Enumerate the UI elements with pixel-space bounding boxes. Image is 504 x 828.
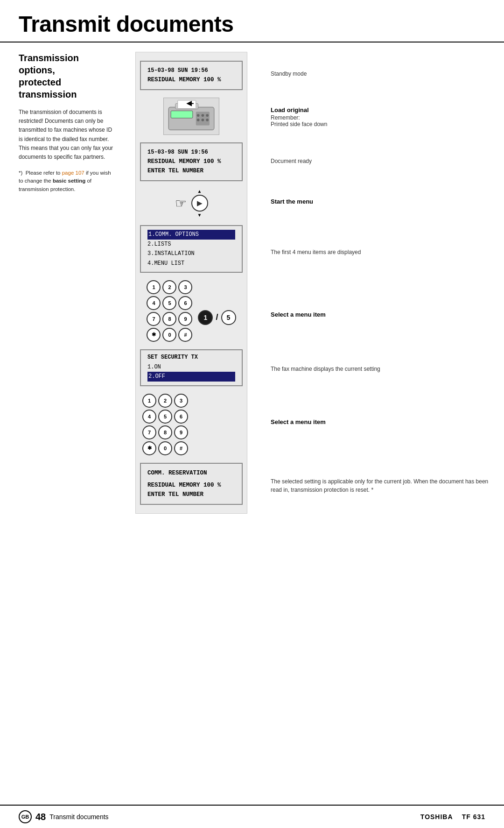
key2-6[interactable]: 6 <box>174 410 188 424</box>
right-final-note: The selected setting is applicable only … <box>271 453 495 514</box>
section-title: Transmission options,protected transmiss… <box>19 52 117 100</box>
country-badge: GB <box>19 810 32 823</box>
selected-num-1: 1 <box>198 310 213 325</box>
right-start-menu: Start the menu <box>271 180 495 219</box>
step-final-screen: COMM. RESERVATION RESIDUAL MEMORY 100 % … <box>142 463 240 505</box>
step-fax-image <box>142 98 240 135</box>
step-security-screen: SET SECURITY TX 1.ON 2.OFF <box>142 349 240 386</box>
lcd-screen-1: 15-03-98 SUN 19:56 RESIDUAL MEMORY 100 % <box>140 61 243 90</box>
security-box: SET SECURITY TX 1.ON 2.OFF <box>140 349 243 386</box>
key2-star[interactable]: ✱ <box>142 441 156 455</box>
key2-9[interactable]: 9 <box>174 425 188 439</box>
svg-point-9 <box>201 119 204 121</box>
menu-box: 1.COMM. OPTIONS 2.LISTS 3.INSTALLATION 4… <box>140 225 243 273</box>
right-load: Load original Remember: Printed side fac… <box>271 91 495 138</box>
lcd-screen-final: COMM. RESERVATION RESIDUAL MEMORY 100 % … <box>140 463 243 505</box>
start-menu-label: Start the menu <box>271 198 495 205</box>
page-link[interactable]: page 107 <box>62 170 84 176</box>
key-3[interactable]: 3 <box>178 280 192 294</box>
fax-displays-label: The fax machine displays the current set… <box>271 365 495 373</box>
key2-4[interactable]: 4 <box>142 410 156 424</box>
svg-point-6 <box>201 114 204 117</box>
slash-divider: / <box>216 312 218 322</box>
footer-section: Transmit documents <box>49 813 108 821</box>
key-0[interactable]: 0 <box>162 328 176 342</box>
page-title: Transmit documents <box>0 0 504 42</box>
step-standby: 15-03-98 SUN 19:56 RESIDUAL MEMORY 100 % <box>142 61 240 90</box>
key2-8[interactable]: 8 <box>158 425 172 439</box>
svg-point-7 <box>206 114 209 117</box>
step-docready: 15-03-98 SUN 19:56 RESIDUAL MEMORY 100 %… <box>142 142 240 181</box>
section-description: The transmission of documents is restric… <box>19 108 117 162</box>
select-item-label-2: Select a menu item <box>271 418 495 425</box>
step-menu-screen: 1.COMM. OPTIONS 2.LISTS 3.INSTALLATION 4… <box>142 225 240 273</box>
num-5: 5 <box>221 310 236 325</box>
security-off: 2.OFF <box>147 372 235 381</box>
key-star[interactable]: ✱ <box>147 328 161 342</box>
key-6[interactable]: 6 <box>178 296 192 310</box>
footer-left: GB 48 Transmit documents <box>19 810 109 823</box>
hand-pointing-icon: ☞ <box>175 196 187 211</box>
footer-brand: TOSHIBA TF 631 <box>420 813 485 821</box>
key2-2[interactable]: 2 <box>158 394 172 408</box>
key2-7[interactable]: 7 <box>142 425 156 439</box>
load-sub2: Printed side face down <box>271 121 495 127</box>
key-2[interactable]: 2 <box>162 280 176 294</box>
page-number: 48 <box>35 812 46 822</box>
svg-point-8 <box>197 119 200 121</box>
svg-point-10 <box>206 119 209 121</box>
key2-5[interactable]: 5 <box>158 410 172 424</box>
key2-1[interactable]: 1 <box>142 394 156 408</box>
right-select1: Select a menu item <box>271 280 495 346</box>
right-docready: Document ready <box>271 138 495 180</box>
final-note-text: The selected setting is applicable only … <box>271 477 495 494</box>
menu-item-2: 2.LISTS <box>147 240 235 249</box>
brand-name: TOSHIBA <box>420 813 453 821</box>
key-hash[interactable]: # <box>178 328 192 342</box>
step-arrow-pad: ☞ ▲ ▶ ▼ <box>142 189 240 218</box>
svg-point-5 <box>197 114 200 117</box>
section-note: *) Please refer to page 107 if you wish … <box>19 169 117 193</box>
key2-hash[interactable]: # <box>174 441 188 455</box>
keypad-1: 1 2 3 4 5 6 7 8 9 ✱ 0 # <box>147 280 192 342</box>
key-5[interactable]: 5 <box>162 296 176 310</box>
key-9[interactable]: 9 <box>178 312 192 326</box>
right-security-note: The fax machine displays the current set… <box>271 346 495 388</box>
fax-device-image <box>163 98 219 135</box>
lcd-screen-2: 15-03-98 SUN 19:56 RESIDUAL MEMORY 100 %… <box>140 142 243 181</box>
right-menu-note: The first 4 menu items are displayed <box>271 219 495 280</box>
standby-label: Standby mode <box>271 70 495 78</box>
right-select2: Select a menu item <box>271 388 495 453</box>
step-keypad-2: 1 2 3 4 5 6 7 8 9 ✱ 0 # <box>142 394 240 455</box>
page-footer: GB 48 Transmit documents TOSHIBA TF 631 <box>0 805 504 828</box>
security-on: 1.ON <box>147 362 235 372</box>
svg-rect-4 <box>171 111 193 118</box>
menu-items-note: The first 4 menu items are displayed <box>271 248 495 256</box>
keypad-2: 1 2 3 4 5 6 7 8 9 ✱ 0 # <box>142 394 188 455</box>
menu-item-4: 4.MENU LIST <box>147 259 235 268</box>
model-number: TF 631 <box>462 813 485 821</box>
right-standby: Standby mode <box>271 52 495 91</box>
select-item-label-1: Select a menu item <box>271 311 495 318</box>
key-1[interactable]: 1 <box>147 280 161 294</box>
security-title: SET SECURITY TX <box>147 354 235 361</box>
menu-item-1: 1.COMM. OPTIONS <box>147 230 235 239</box>
menu-item-3: 3.INSTALLATION <box>147 249 235 258</box>
load-title: Load original <box>271 106 495 113</box>
svg-rect-2 <box>178 100 196 109</box>
key-8[interactable]: 8 <box>162 312 176 326</box>
key-7[interactable]: 7 <box>147 312 161 326</box>
load-sub1: Remember: <box>271 114 495 121</box>
step-keypad-1: 1 2 3 4 5 6 7 8 9 ✱ 0 # <box>142 280 240 342</box>
doc-ready-label: Document ready <box>271 157 495 165</box>
key-4[interactable]: 4 <box>147 296 161 310</box>
key2-3[interactable]: 3 <box>174 394 188 408</box>
key2-0[interactable]: 0 <box>158 441 172 455</box>
